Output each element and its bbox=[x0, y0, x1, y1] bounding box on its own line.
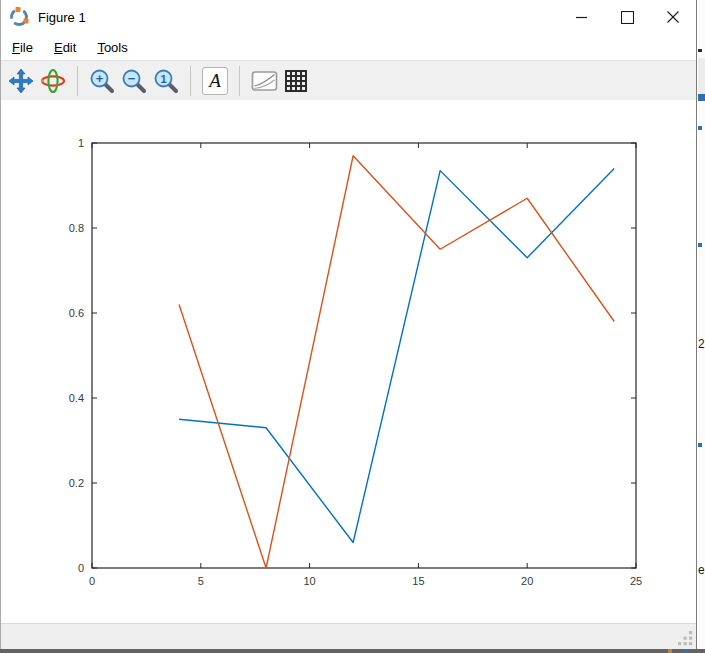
y-tick-label: 0.8 bbox=[69, 222, 84, 234]
taskbar-sliver bbox=[0, 649, 705, 653]
sliver-text-fragment: e bbox=[698, 564, 705, 576]
plot-canvas[interactable]: 051015202500.20.40.60.81 bbox=[1, 100, 696, 623]
x-tick-label: 5 bbox=[198, 575, 204, 587]
minimize-icon bbox=[576, 12, 587, 23]
y-tick-label: 0.6 bbox=[69, 307, 84, 319]
sliver-mark bbox=[698, 126, 702, 130]
grid-icon bbox=[284, 69, 308, 93]
axes-icon bbox=[251, 69, 278, 93]
grid-button[interactable] bbox=[281, 65, 311, 97]
sliver-mark bbox=[698, 243, 702, 247]
plot-svg: 051015202500.20.40.60.81 bbox=[1, 100, 696, 623]
statusbar bbox=[1, 623, 696, 649]
x-tick-label: 15 bbox=[412, 575, 424, 587]
resize-grip[interactable] bbox=[678, 631, 693, 646]
zoom-original-icon: 1 bbox=[153, 68, 179, 94]
rotate-icon bbox=[40, 68, 66, 94]
toolbar-separator bbox=[239, 66, 240, 96]
text-annotation-icon: A bbox=[202, 67, 228, 95]
axes-box bbox=[92, 143, 636, 568]
window-controls bbox=[558, 0, 696, 34]
sliver-mark bbox=[698, 58, 705, 94]
toolbar-separator bbox=[190, 66, 191, 96]
background-window-sliver: 2 e bbox=[698, 0, 705, 649]
chart-line-series-2 bbox=[179, 156, 614, 568]
taskbar-dot bbox=[684, 649, 688, 653]
close-button[interactable] bbox=[650, 0, 696, 34]
figure-logo-icon bbox=[8, 6, 30, 28]
x-tick-label: 20 bbox=[521, 575, 533, 587]
y-tick-label: 1 bbox=[78, 137, 84, 149]
pan-icon bbox=[8, 68, 34, 94]
y-tick-label: 0.4 bbox=[69, 392, 84, 404]
figure-window: Figure 1 bbox=[0, 0, 697, 649]
y-tick-label: 0.2 bbox=[69, 477, 84, 489]
axes-button[interactable] bbox=[249, 65, 279, 97]
sliver-mark bbox=[698, 49, 702, 52]
text-annotation-button[interactable]: A bbox=[200, 65, 230, 97]
svg-text:−: − bbox=[128, 71, 136, 86]
window-title: Figure 1 bbox=[38, 10, 86, 25]
toolbar: + − 1 A bbox=[1, 60, 696, 100]
sliver-text-fragment: 2 bbox=[698, 338, 705, 350]
zoom-in-button[interactable]: + bbox=[87, 65, 117, 97]
x-tick-label: 10 bbox=[303, 575, 315, 587]
x-tick-label: 25 bbox=[630, 575, 642, 587]
sliver-mark bbox=[698, 94, 705, 101]
y-tick-label: 0 bbox=[78, 562, 84, 574]
zoom-in-icon: + bbox=[89, 68, 115, 94]
menu-edit[interactable]: Edit bbox=[51, 38, 79, 57]
maximize-icon bbox=[621, 11, 634, 24]
close-icon bbox=[667, 11, 679, 23]
zoom-out-icon: − bbox=[121, 68, 147, 94]
x-tick-label: 0 bbox=[89, 575, 95, 587]
screen: Figure 1 bbox=[0, 0, 705, 653]
menu-file[interactable]: File bbox=[9, 38, 36, 57]
pan-button[interactable] bbox=[6, 65, 36, 97]
maximize-button[interactable] bbox=[604, 0, 650, 34]
menu-tools[interactable]: Tools bbox=[94, 38, 130, 57]
zoom-original-button[interactable]: 1 bbox=[151, 65, 181, 97]
rotate-button[interactable] bbox=[38, 65, 68, 97]
taskbar-dot bbox=[668, 649, 672, 653]
svg-text:+: + bbox=[96, 71, 104, 86]
minimize-button[interactable] bbox=[558, 0, 604, 34]
titlebar[interactable]: Figure 1 bbox=[1, 0, 696, 34]
chart-line-series-1 bbox=[179, 169, 614, 543]
svg-text:1: 1 bbox=[160, 72, 166, 84]
toolbar-separator bbox=[77, 66, 78, 96]
zoom-out-button[interactable]: − bbox=[119, 65, 149, 97]
sliver-mark bbox=[698, 443, 702, 447]
menubar: File Edit Tools bbox=[1, 34, 696, 60]
